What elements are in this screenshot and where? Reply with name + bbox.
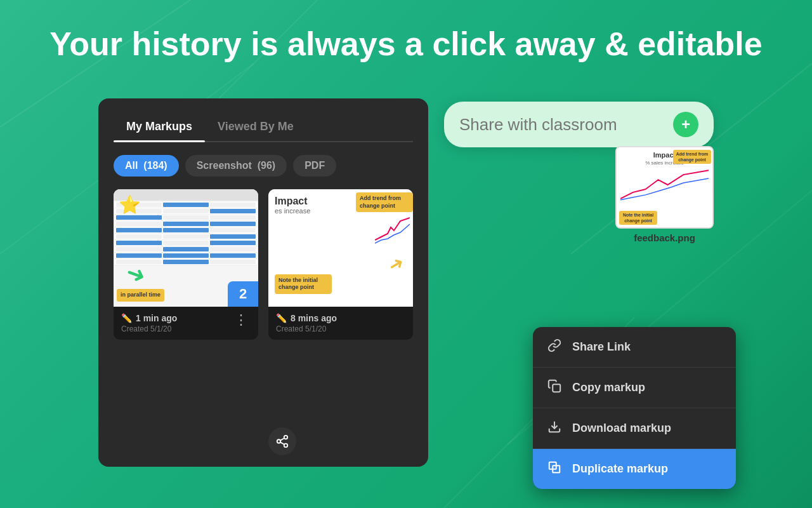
share-classroom-input[interactable]: [459, 115, 665, 135]
card-1-badge: 2: [228, 281, 258, 307]
download-markup-label: Download markup: [572, 422, 671, 435]
filter-bar: All (184) Screenshot (96) PDF: [114, 155, 413, 177]
copy-markup-label: Copy markup: [572, 381, 645, 394]
hero-title: Your history is always a click away & ed…: [0, 0, 812, 83]
sticky-note-1: in parallel time: [117, 289, 164, 302]
share-icon: [275, 434, 289, 448]
callout-bottom-2: Note the initial change point: [275, 274, 332, 294]
star-annotation: ⭐: [119, 194, 141, 215]
svg-line-9: [280, 438, 284, 441]
tab-viewed-by-me[interactable]: Viewed By Me: [205, 114, 306, 141]
tabs-bar: My Markups Viewed By Me: [114, 114, 413, 142]
filter-all[interactable]: All (184): [114, 155, 179, 177]
menu-item-duplicate-markup[interactable]: Duplicate markup: [533, 449, 736, 489]
share-link-icon: [547, 338, 562, 356]
feedback-callout-top: Add trend from change point: [673, 150, 711, 164]
svg-point-8: [284, 444, 288, 448]
card-1-thumbnail: ⭐ ➜ in parallel time 2: [114, 189, 258, 307]
card-2-meta: ✏️ 8 mins ago Created 5/1/20: [268, 307, 413, 340]
duplicate-markup-label: Duplicate markup: [572, 462, 668, 476]
card-1-time: 1 min ago: [136, 313, 177, 323]
share-classroom-bubble: +: [444, 102, 714, 147]
feedback-image: Impact % sales increase Add trend from c…: [615, 146, 714, 229]
menu-item-copy-markup[interactable]: Copy markup: [533, 368, 736, 408]
feedback-preview: Impact % sales increase Add trend from c…: [615, 146, 714, 243]
card-1-created: Created 5/1/20: [121, 324, 177, 333]
duplicate-markup-icon: [547, 460, 562, 478]
feedback-callout-bottom: Note the initial change point: [619, 211, 657, 225]
feedback-filename: feedback.png: [615, 232, 714, 243]
card-1-meta: ✏️ 1 min ago Created 5/1/20 ⋮: [114, 307, 258, 340]
markup-card-2[interactable]: Impact es increase Add trend from change…: [268, 189, 413, 340]
card-1-dots-menu[interactable]: ⋮: [232, 313, 251, 327]
card-2-thumbnail: Impact es increase Add trend from change…: [268, 189, 413, 307]
main-panel: My Markups Viewed By Me All (184) Screen…: [98, 98, 428, 467]
svg-rect-11: [553, 384, 560, 392]
markup-card-1[interactable]: ⭐ ➜ in parallel time 2 ✏️ 1 min ago Crea…: [114, 189, 258, 340]
context-menu: Share Link Copy markup Download markup: [533, 327, 736, 489]
filter-screenshot[interactable]: Screenshot (96): [185, 155, 287, 177]
pencil-icon-1: ✏️: [121, 313, 132, 323]
arrow-2: ➜: [384, 251, 407, 277]
filter-pdf[interactable]: PDF: [293, 155, 336, 177]
cards-grid: ⭐ ➜ in parallel time 2 ✏️ 1 min ago Crea…: [114, 189, 413, 340]
share-add-button[interactable]: +: [673, 112, 698, 137]
download-markup-icon: [547, 420, 562, 437]
svg-line-10: [280, 442, 284, 444]
svg-point-6: [284, 436, 288, 439]
feedback-chart: [620, 167, 709, 202]
copy-markup-icon: [547, 379, 562, 396]
menu-item-download-markup[interactable]: Download markup: [533, 408, 736, 449]
share-link-label: Share Link: [572, 340, 631, 354]
svg-point-7: [277, 439, 281, 443]
card-2-created: Created 5/1/20: [276, 324, 337, 333]
pencil-icon-2: ✏️: [276, 313, 287, 323]
menu-item-share-link[interactable]: Share Link: [533, 327, 736, 368]
card-2-time: 8 mins ago: [291, 313, 337, 323]
share-button[interactable]: [268, 427, 296, 455]
tab-my-markups[interactable]: My Markups: [114, 114, 205, 141]
callout-top-2: Add trend from change point: [356, 192, 413, 212]
